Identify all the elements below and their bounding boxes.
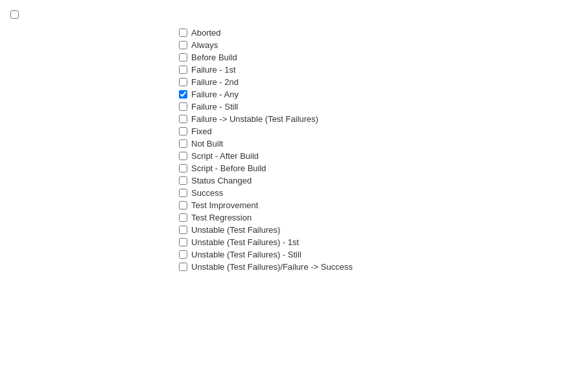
enable-watching-label[interactable] (10, 10, 23, 19)
default-triggers-row: AbortedAlwaysBefore BuildFailure - 1stFa… (10, 28, 578, 272)
trigger-label-failure-still[interactable]: Failure - Still (191, 102, 238, 112)
trigger-label-failure-1st[interactable]: Failure - 1st (191, 65, 236, 75)
trigger-checkbox-test-regression[interactable] (179, 213, 187, 222)
trigger-label-unstable-test-failures[interactable]: Unstable (Test Failures) (191, 225, 280, 235)
trigger-item-failure-unstable: Failure -> Unstable (Test Failures) (179, 114, 353, 124)
trigger-label-fixed[interactable]: Fixed (191, 126, 212, 136)
trigger-item-fixed: Fixed (179, 126, 353, 136)
trigger-item-aborted: Aborted (179, 28, 353, 38)
trigger-label-aborted[interactable]: Aborted (191, 28, 221, 38)
trigger-label-not-built[interactable]: Not Built (191, 139, 223, 148)
trigger-checkbox-failure-unstable[interactable] (179, 115, 187, 123)
trigger-checkbox-failure-1st[interactable] (179, 65, 187, 74)
trigger-item-unstable-test-failures-still: Unstable (Test Failures) - Still (179, 250, 353, 259)
trigger-item-failure-1st: Failure - 1st (179, 65, 353, 75)
trigger-checkbox-test-improvement[interactable] (179, 201, 187, 209)
trigger-item-test-regression: Test Regression (179, 213, 353, 222)
trigger-checkbox-unstable-test-failures-still[interactable] (179, 250, 187, 259)
trigger-item-failure-any: Failure - Any (179, 89, 353, 99)
default-triggers-label (10, 28, 179, 29)
trigger-item-unstable-failure-success: Unstable (Test Failures)/Failure -> Succ… (179, 262, 353, 272)
trigger-item-always: Always (179, 40, 353, 50)
trigger-label-failure-any[interactable]: Failure - Any (191, 89, 239, 99)
trigger-checkbox-unstable-test-failures-1st[interactable] (179, 238, 187, 246)
trigger-label-test-improvement[interactable]: Test Improvement (191, 200, 258, 210)
trigger-item-test-improvement: Test Improvement (179, 200, 353, 210)
trigger-checkbox-not-built[interactable] (179, 139, 187, 148)
trigger-item-failure-2nd: Failure - 2nd (179, 77, 353, 87)
trigger-checkbox-before-build[interactable] (179, 53, 187, 62)
trigger-item-script-after-build: Script - After Build (179, 151, 353, 161)
trigger-checkbox-failure-still[interactable] (179, 102, 187, 111)
trigger-item-before-build: Before Build (179, 53, 353, 62)
trigger-checkbox-status-changed[interactable] (179, 176, 187, 185)
trigger-checkbox-failure-2nd[interactable] (179, 78, 187, 86)
trigger-checkbox-aborted[interactable] (179, 29, 187, 37)
trigger-item-status-changed: Status Changed (179, 176, 353, 185)
enable-watching-checkbox[interactable] (10, 10, 19, 19)
trigger-label-script-after-build[interactable]: Script - After Build (191, 151, 259, 161)
trigger-label-success[interactable]: Success (191, 188, 223, 198)
trigger-label-unstable-test-failures-1st[interactable]: Unstable (Test Failures) - 1st (191, 237, 299, 247)
trigger-item-script-before-build: Script - Before Build (179, 163, 353, 173)
trigger-item-unstable-test-failures: Unstable (Test Failures) (179, 225, 353, 235)
triggers-list: AbortedAlwaysBefore BuildFailure - 1stFa… (179, 28, 353, 272)
trigger-checkbox-success[interactable] (179, 189, 187, 197)
trigger-item-not-built: Not Built (179, 139, 353, 148)
trigger-checkbox-failure-any[interactable] (179, 90, 187, 99)
trigger-checkbox-unstable-test-failures[interactable] (179, 226, 187, 234)
trigger-checkbox-fixed[interactable] (179, 127, 187, 136)
trigger-label-failure-unstable[interactable]: Failure -> Unstable (Test Failures) (191, 114, 318, 124)
trigger-label-status-changed[interactable]: Status Changed (191, 176, 252, 185)
trigger-item-failure-still: Failure - Still (179, 102, 353, 112)
trigger-label-script-before-build[interactable]: Script - Before Build (191, 163, 266, 173)
trigger-label-unstable-failure-success[interactable]: Unstable (Test Failures)/Failure -> Succ… (191, 262, 353, 272)
enable-watching-row (10, 10, 578, 19)
trigger-checkbox-script-after-build[interactable] (179, 152, 187, 160)
trigger-checkbox-always[interactable] (179, 41, 187, 49)
trigger-label-always[interactable]: Always (191, 40, 218, 50)
trigger-item-success: Success (179, 188, 353, 198)
trigger-label-before-build[interactable]: Before Build (191, 53, 237, 62)
trigger-label-failure-2nd[interactable]: Failure - 2nd (191, 77, 239, 87)
trigger-label-test-regression[interactable]: Test Regression (191, 213, 252, 222)
trigger-item-unstable-test-failures-1st: Unstable (Test Failures) - 1st (179, 237, 353, 247)
trigger-checkbox-script-before-build[interactable] (179, 164, 187, 172)
trigger-label-unstable-test-failures-still[interactable]: Unstable (Test Failures) - Still (191, 250, 301, 259)
trigger-checkbox-unstable-failure-success[interactable] (179, 263, 187, 271)
